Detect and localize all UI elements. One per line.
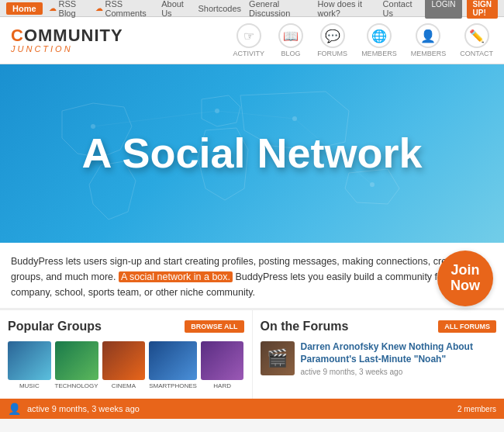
hero-heading: A Social Network <box>81 130 422 176</box>
nav-profile[interactable]: 👤 Members <box>411 23 447 57</box>
group-smartphones[interactable]: SMARTPHONES <box>149 341 197 389</box>
members-globe-icon: 🌐 <box>367 23 392 48</box>
group-hard-label: HARD <box>213 382 231 389</box>
popular-groups-section: Popular Groups BROWSE ALL MUSIC TECHNOLO… <box>0 310 253 399</box>
nav-activity[interactable]: ☞ Activity <box>233 23 265 57</box>
all-forums-button[interactable]: ALL FORUMS <box>438 320 496 333</box>
nav-members[interactable]: 🌐 Members <box>361 23 397 57</box>
forums-header: On the Forums ALL FORUMS <box>261 320 497 334</box>
rss-icon: ☁ <box>49 4 57 12</box>
nav-rss-blog[interactable]: ☁ RSS Blog <box>49 0 88 18</box>
nav-contact-us[interactable]: Contact Us <box>383 0 418 18</box>
forum-post: 🎬 Darren Aronofsky Knew Nothing About Pa… <box>261 341 497 376</box>
nav-how-does-it-work[interactable]: How does it work? <box>318 0 375 18</box>
forum-post-meta: active 9 months, 3 weeks ago <box>301 368 497 376</box>
members-count: 2 members <box>457 405 496 413</box>
browse-all-groups-button[interactable]: BROWSE ALL <box>185 320 243 333</box>
forums-section: On the Forums ALL FORUMS 🎬 Darren Aronof… <box>253 310 505 399</box>
nav-forums[interactable]: 💬 Forums <box>317 23 347 57</box>
group-technology-image <box>55 341 98 380</box>
profile-icon: 👤 <box>416 23 440 48</box>
group-smartphones-image <box>149 341 197 380</box>
description-text: BuddyPress lets users sign-up and start … <box>11 254 493 300</box>
group-smartphones-label: SMARTPHONES <box>149 382 197 389</box>
logo-community: COMMUNITY <box>11 27 123 44</box>
svg-line-4 <box>93 111 217 126</box>
forum-avatar: 🎬 <box>261 341 295 375</box>
svg-line-5 <box>217 111 295 119</box>
site-header: COMMUNITY JUNCTION ☞ Activity 📖 Blog 💬 F… <box>0 17 504 64</box>
user-status-icon: 👤 <box>8 403 21 415</box>
group-technology-label: TECHNOLOGY <box>55 382 98 389</box>
status-text: active 9 months, 3 weeks ago <box>27 404 140 413</box>
nav-general-discussion[interactable]: General Discussion <box>249 0 310 18</box>
nav-about-us[interactable]: About Us <box>161 0 190 18</box>
forum-post-title[interactable]: Darren Aronofsky Knew Nothing About Para… <box>301 341 497 365</box>
popular-groups-header: Popular Groups BROWSE ALL <box>8 320 244 334</box>
forums-title: On the Forums <box>261 320 349 334</box>
popular-groups-title: Popular Groups <box>8 320 102 334</box>
group-cinema[interactable]: CINEMA <box>102 341 146 389</box>
forum-post-content: Darren Aronofsky Knew Nothing About Para… <box>301 341 497 376</box>
group-cinema-image <box>102 341 146 380</box>
login-button[interactable]: LOGIN <box>425 0 461 19</box>
logo-junction: JUNCTION <box>11 44 123 54</box>
forums-icon: 💬 <box>320 23 345 48</box>
activity-icon: ☞ <box>236 23 261 48</box>
group-cinema-label: CINEMA <box>112 382 136 389</box>
group-music-label: MUSIC <box>19 382 40 389</box>
icon-navigation: ☞ Activity 📖 Blog 💬 Forums 🌐 Members 👤 M… <box>233 23 493 57</box>
bottom-sections: Popular Groups BROWSE ALL MUSIC TECHNOLO… <box>0 309 504 399</box>
nav-rss-comments[interactable]: ☁ RSS Comments <box>95 0 154 18</box>
nav-contact[interactable]: ✏️ Contact <box>460 23 493 57</box>
nav-shortcodes[interactable]: Shortcodes <box>198 4 241 13</box>
hero-banner: A Social Network <box>0 64 504 243</box>
nav-blog[interactable]: 📖 Blog <box>278 23 303 57</box>
group-music-image <box>8 341 51 380</box>
blog-icon: 📖 <box>278 23 303 48</box>
group-hard[interactable]: HARD <box>201 341 244 389</box>
highlight-link[interactable]: A social network in a box. <box>119 271 233 282</box>
description-section: BuddyPress lets users sign-up and start … <box>0 243 504 309</box>
group-thumbnails: MUSIC TECHNOLOGY CINEMA SMARTPHONES HARD <box>8 341 244 389</box>
group-music[interactable]: MUSIC <box>8 341 51 389</box>
group-technology[interactable]: TECHNOLOGY <box>55 341 98 389</box>
logo: COMMUNITY JUNCTION <box>11 27 123 54</box>
nav-home[interactable]: Home <box>6 2 43 15</box>
top-navigation: Home ☁ RSS Blog ☁ RSS Comments About Us … <box>0 0 504 17</box>
group-hard-image <box>201 341 244 380</box>
join-now-button[interactable]: Join Now <box>437 251 493 306</box>
top-nav-auth: LOGIN SIGN UP! <box>425 0 498 19</box>
rss-icon: ☁ <box>95 4 103 12</box>
status-bar: 👤 active 9 months, 3 weeks ago 2 members <box>0 399 504 419</box>
contact-icon: ✏️ <box>464 23 489 48</box>
signup-button[interactable]: SIGN UP! <box>467 0 498 19</box>
